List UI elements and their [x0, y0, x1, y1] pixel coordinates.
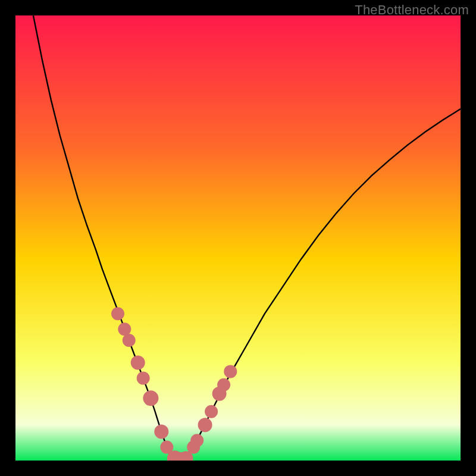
- watermark-text: TheBottleneck.com: [355, 2, 469, 18]
- data-marker: [205, 405, 218, 418]
- data-marker: [217, 378, 230, 392]
- data-marker: [131, 355, 145, 369]
- data-marker: [198, 418, 212, 432]
- chart-svg: [15, 15, 461, 461]
- gradient-background: [15, 15, 461, 461]
- plot-area: [15, 15, 461, 461]
- data-marker: [190, 434, 203, 447]
- outer-frame: TheBottleneck.com: [0, 0, 476, 476]
- data-marker: [143, 390, 158, 406]
- data-marker: [137, 372, 150, 385]
- data-marker: [224, 365, 237, 378]
- data-marker: [111, 307, 124, 320]
- data-marker: [154, 424, 168, 439]
- data-marker: [118, 322, 131, 336]
- data-marker: [123, 334, 136, 347]
